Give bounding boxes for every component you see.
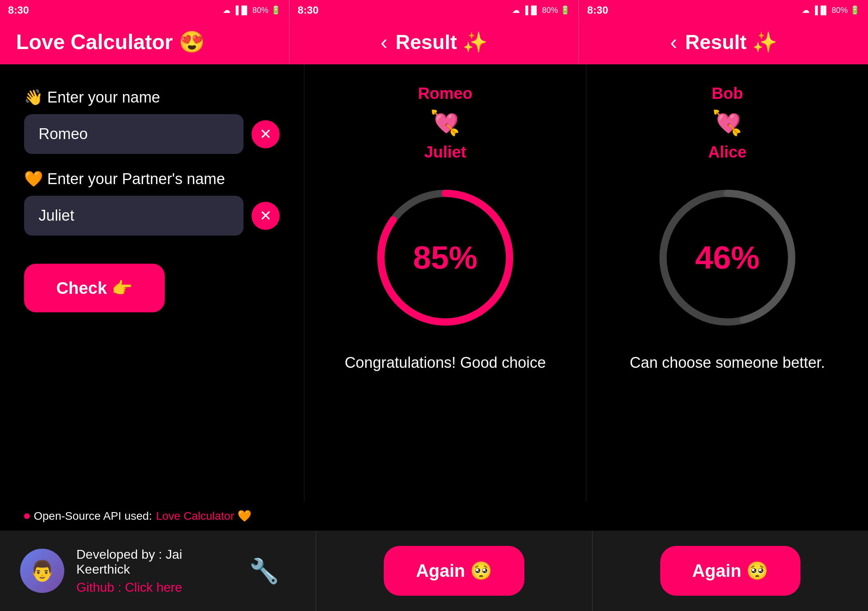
center-panel: Romeo 💘 Juliet 85% Congratulations! Good…	[305, 64, 586, 501]
developer-name: Developed by : Jai Keerthick	[76, 547, 237, 577]
developer-avatar: 👨	[20, 549, 64, 593]
left-panel: 👋 Enter your name ✕ 🧡 Enter your Partner…	[0, 64, 304, 501]
center-percentage: 85%	[413, 239, 477, 276]
right-couple-names: Bob 💘 Alice	[708, 84, 747, 161]
clear-partner-button[interactable]: ✕	[252, 202, 280, 230]
back-button-right[interactable]: ‹	[670, 30, 677, 54]
center-heart-icon: 💘	[430, 109, 460, 137]
status-time-1: 8:30	[8, 4, 29, 16]
status-time-2: 8:30	[298, 4, 319, 16]
footer-right: Again 🥺	[593, 546, 868, 596]
status-icons-3: ☁ ▐▐▌ 80% 🔋	[802, 5, 860, 15]
header-center: ‹ Result ✨	[290, 30, 579, 54]
clear-name-button[interactable]: ✕	[252, 120, 280, 148]
signal-icon-3: ▐▐▌	[812, 6, 829, 15]
signal-icon: ▐▐▌	[233, 6, 250, 15]
right-name1: Bob	[712, 84, 743, 103]
right-panel: Bob 💘 Alice 46% Can choose someone bette…	[587, 64, 868, 501]
again-button-right[interactable]: Again 🥺	[660, 546, 800, 596]
name-label: 👋 Enter your name	[24, 88, 280, 106]
status-icons-1: ☁ ▐▐▌ 80% 🔋	[223, 5, 281, 15]
name-input-row: ✕	[24, 114, 280, 154]
right-message: Can choose someone better.	[630, 354, 825, 371]
header-bar: Love Calculator 😍 ‹ Result ✨ ‹ Result ✨	[0, 20, 868, 64]
right-circle-progress: 46%	[647, 177, 808, 338]
battery-icon: 80% 🔋	[252, 5, 281, 15]
cloud-icon-2: ☁	[512, 5, 520, 15]
github-link[interactable]: Click here	[125, 580, 182, 595]
cloud-icon-3: ☁	[802, 5, 810, 15]
status-time-3: 8:30	[587, 4, 608, 16]
opensource-text: Open-Source API used:	[34, 510, 152, 523]
center-name1: Romeo	[418, 84, 473, 103]
app-title: Love Calculator 😍	[16, 30, 205, 54]
status-section-2: 8:30 ☁ ▐▐▌ 80% 🔋	[290, 4, 579, 16]
developer-github: Github : Click here	[76, 580, 237, 595]
center-name2: Juliet	[424, 143, 466, 161]
status-section-1: 8:30 ☁ ▐▐▌ 80% 🔋	[0, 4, 289, 16]
footer: 👨 Developed by : Jai Keerthick Github : …	[0, 531, 868, 611]
footer-center: Again 🥺	[316, 546, 592, 596]
battery-icon-3: 80% 🔋	[831, 5, 860, 15]
tools-icon: 🔧	[249, 557, 279, 585]
cloud-icon: ☁	[223, 5, 231, 15]
opensource-bar: Open-Source API used: Love Calculator 🧡	[0, 501, 868, 531]
status-section-3: 8:30 ☁ ▐▐▌ 80% 🔋	[579, 4, 868, 16]
header-right: ‹ Result ✨	[579, 30, 868, 54]
github-label: Github :	[76, 580, 125, 595]
back-button-center[interactable]: ‹	[381, 30, 387, 54]
footer-left: 👨 Developed by : Jai Keerthick Github : …	[0, 547, 315, 595]
header-result-right: Result ✨	[685, 31, 777, 54]
center-message: Congratulations! Good choice	[345, 354, 546, 371]
center-couple-names: Romeo 💘 Juliet	[418, 84, 473, 161]
main-content: 👋 Enter your name ✕ 🧡 Enter your Partner…	[0, 64, 868, 501]
name-input[interactable]	[24, 114, 244, 154]
center-circle-progress: 85%	[365, 177, 526, 338]
status-bar: 8:30 ☁ ▐▐▌ 80% 🔋 8:30 ☁ ▐▐▌ 80% 🔋 8:30 ☁…	[0, 0, 868, 20]
battery-icon-2: 80% 🔋	[542, 5, 571, 15]
right-heart-icon: 💘	[712, 109, 742, 137]
check-button[interactable]: Check 👉	[24, 264, 165, 312]
status-icons-2: ☁ ▐▐▌ 80% 🔋	[512, 5, 570, 15]
again-button-center[interactable]: Again 🥺	[384, 546, 524, 596]
right-percentage: 46%	[695, 239, 760, 276]
opensource-link[interactable]: Love Calculator 🧡	[156, 509, 251, 523]
partner-input-row: ✕	[24, 196, 280, 236]
header-result-center: Result ✨	[395, 31, 487, 54]
partner-input[interactable]	[24, 196, 244, 236]
opensource-dot	[24, 513, 30, 519]
partner-label: 🧡 Enter your Partner's name	[24, 170, 280, 188]
developer-info: Developed by : Jai Keerthick Github : Cl…	[76, 547, 237, 595]
right-name2: Alice	[708, 143, 747, 161]
signal-icon-2: ▐▐▌	[522, 6, 540, 15]
header-left: Love Calculator 😍	[0, 30, 289, 54]
